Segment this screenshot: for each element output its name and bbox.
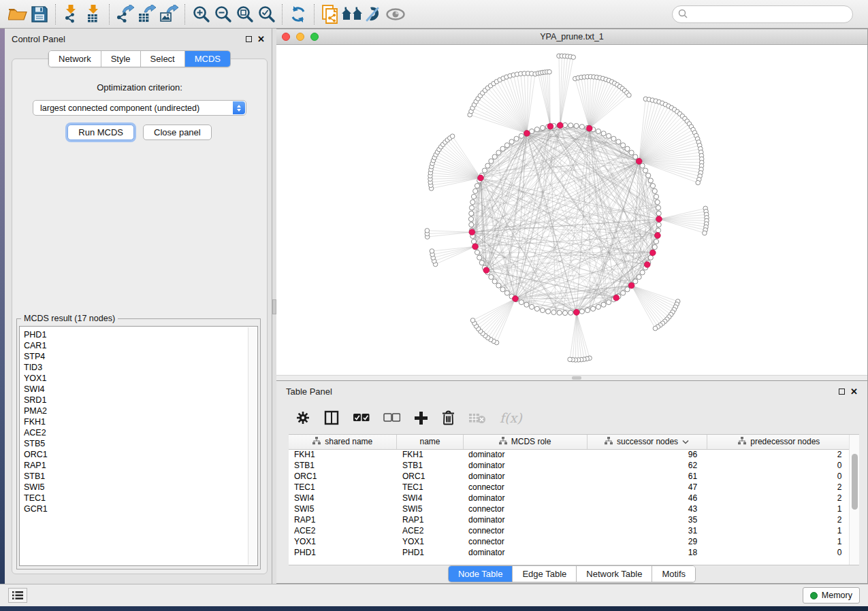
control-panel-title: Control Panel [12, 34, 65, 44]
zoom-out-icon[interactable] [212, 3, 234, 25]
delete-table-icon[interactable] [468, 412, 486, 424]
tab-select[interactable]: Select [141, 51, 185, 67]
table-row[interactable]: SWI4SWI4dominator462 [289, 493, 852, 503]
close-panel-icon[interactable]: ✕ [257, 36, 265, 42]
result-item[interactable]: GCR1 [24, 503, 257, 514]
network-window-title: YPA_prune.txt_1 [276, 32, 867, 42]
close-panel-button[interactable]: Close panel [143, 125, 212, 140]
mcds-tab-content: NetworkStyleSelectMCDS Optimization crit… [12, 59, 268, 574]
gear-icon[interactable] [295, 410, 310, 425]
column-header-predecessor-nodes[interactable]: predecessor nodes [707, 435, 851, 449]
optimization-criterion-select[interactable]: largest connected component (undirected) [33, 100, 246, 116]
columns-icon[interactable] [324, 410, 339, 425]
memory-status-icon [810, 592, 818, 599]
save-icon[interactable] [29, 3, 50, 25]
result-item[interactable]: STB1 [24, 471, 257, 482]
result-item[interactable]: SWI5 [24, 482, 257, 493]
search-box [672, 5, 853, 23]
network-canvas[interactable] [276, 45, 867, 375]
import-table-icon[interactable] [82, 3, 104, 25]
table-row[interactable]: STB1STB1dominator620 [289, 460, 852, 471]
houses-icon[interactable] [341, 3, 363, 25]
zoom-fit-icon[interactable] [234, 3, 255, 25]
task-history-button[interactable] [8, 588, 27, 603]
toolbar-separator [109, 4, 110, 24]
result-item[interactable]: SRD1 [24, 395, 257, 406]
document-share-icon[interactable] [319, 3, 341, 25]
tab-node-table[interactable]: Node Table [449, 566, 513, 582]
control-panel: Control Panel ✕ NetworkStyleSelectMCDS O… [5, 29, 272, 584]
export-image-icon[interactable] [158, 3, 180, 25]
tree-icon [605, 437, 613, 447]
tab-network[interactable]: Network [49, 51, 101, 67]
add-icon[interactable] [414, 411, 428, 425]
toolbar-separator [282, 4, 283, 24]
eye-icon[interactable] [385, 3, 406, 25]
column-header-shared-name[interactable]: shared name [289, 435, 397, 449]
tab-motifs[interactable]: Motifs [652, 566, 695, 582]
result-item[interactable]: FKH1 [24, 416, 257, 427]
zoom-selected-icon[interactable] [255, 3, 277, 25]
table-toolbar: f(x) [276, 401, 867, 434]
mcds-result-list[interactable]: PHD1CAR1STP4TID3YOX1SWI4SRD1PMA2FKH1ACE2… [19, 326, 258, 566]
trash-icon[interactable] [442, 410, 455, 425]
column-header-MCDS-role[interactable]: MCDS role [463, 435, 587, 449]
run-mcds-button[interactable]: Run MCDS [67, 125, 134, 140]
divider-grip[interactable] [572, 376, 581, 380]
zoom-in-icon[interactable] [190, 3, 212, 25]
result-item[interactable]: ORC1 [24, 449, 257, 460]
float-table-panel-icon[interactable] [839, 389, 845, 395]
table-panel-title: Table Panel [286, 386, 332, 397]
result-item[interactable]: CAR1 [24, 340, 257, 351]
tab-style[interactable]: Style [101, 51, 141, 67]
tab-mcds[interactable]: MCDS [185, 51, 230, 67]
mcds-result-groupbox: MCDS result (17 nodes) PHD1CAR1STP4TID3Y… [16, 318, 261, 569]
function-icon[interactable]: f(x) [500, 410, 522, 425]
result-item[interactable]: TID3 [24, 362, 257, 373]
table-row[interactable]: ACE2ACE2connector311 [289, 525, 852, 536]
toolbar-separator [184, 4, 185, 24]
result-item[interactable]: PMA2 [24, 406, 257, 416]
tab-network-table[interactable]: Network Table [577, 566, 652, 582]
optimization-criterion-label: Optimization criterion: [12, 82, 267, 93]
result-item[interactable]: RAP1 [24, 460, 257, 471]
result-item[interactable]: STB5 [24, 438, 257, 449]
sort-desc-icon [682, 437, 689, 446]
result-item[interactable]: YOX1 [24, 373, 257, 384]
export-table-icon[interactable] [136, 3, 158, 25]
marker-slash-icon[interactable] [363, 3, 385, 25]
result-item[interactable]: TEC1 [24, 493, 257, 503]
table-row[interactable]: FKH1FKH1dominator962 [289, 449, 852, 460]
network-canvas-divider[interactable] [276, 375, 867, 380]
float-panel-icon[interactable] [246, 36, 252, 42]
search-input[interactable] [672, 5, 853, 23]
select-all-icon[interactable] [353, 413, 370, 423]
table-row[interactable]: PHD1PHD1dominator180 [289, 547, 852, 558]
table-row[interactable]: YOX1YOX1connector291 [289, 536, 852, 547]
table-row[interactable]: ORC1ORC1dominator610 [289, 471, 852, 482]
result-item[interactable]: STP4 [24, 351, 257, 362]
result-list-scrollbar[interactable] [248, 327, 257, 565]
sync-icon[interactable] [287, 3, 309, 25]
result-item[interactable]: ACE2 [24, 427, 257, 438]
tab-edge-table[interactable]: Edge Table [513, 566, 577, 582]
column-header-successor-nodes[interactable]: successor nodes [587, 435, 707, 449]
folder-icon[interactable] [7, 3, 29, 25]
result-item[interactable]: SWI4 [24, 384, 257, 395]
toolbar-separator [314, 4, 315, 24]
table-row[interactable]: TEC1TEC1connector472 [289, 482, 852, 493]
result-item[interactable]: PHD1 [24, 329, 257, 340]
table-scrollbar[interactable] [849, 435, 859, 565]
export-network-icon[interactable] [114, 3, 136, 25]
table-row[interactable]: RAP1RAP1dominator352 [289, 514, 852, 525]
desktop-wallpaper-strip [0, 29, 5, 584]
tree-icon [312, 437, 321, 447]
column-header-name[interactable]: name [397, 435, 463, 449]
memory-button[interactable]: Memory [803, 587, 860, 604]
close-table-panel-icon[interactable]: ✕ [850, 389, 858, 395]
control-panel-tabs: NetworkStyleSelectMCDS [48, 50, 231, 67]
import-network-icon[interactable] [61, 3, 82, 25]
node-table: shared namenameMCDS rolesuccessor nodesp… [289, 434, 859, 565]
table-row[interactable]: SWI5SWI5connector431 [289, 503, 852, 514]
deselect-all-icon[interactable] [383, 413, 400, 423]
